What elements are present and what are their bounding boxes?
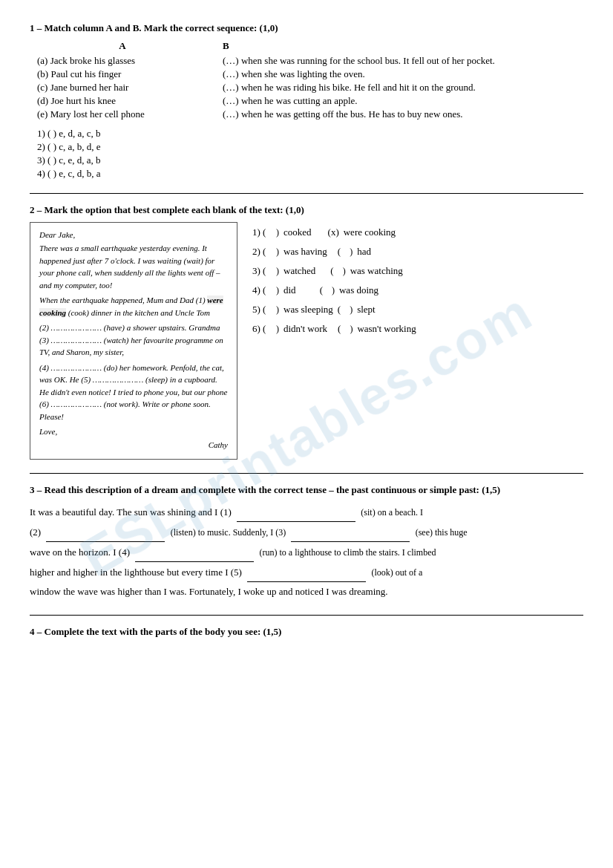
list-item: 2) ( ) c, a, b, d, e <box>37 141 583 153</box>
text-segment: window the wave was higher than I was. F… <box>30 586 388 597</box>
list-item: (…) when he was riding his bike. He fell… <box>223 82 583 94</box>
text-segment: wave on the horizon. I (4) <box>30 546 130 558</box>
multiple-choice-options: 1) ( ) cooked (x) were cooking 2) ( ) wa… <box>252 222 583 460</box>
section-3-title: 3 – Read this description of a dream and… <box>30 484 583 496</box>
section-2: 2 – Mark the option that best complete e… <box>30 204 583 460</box>
answer-blank-1[interactable] <box>237 502 355 522</box>
mc-num: 6) ( <box>252 323 267 335</box>
list-item: 3) ( ) c, e, d, a, b <box>37 154 583 166</box>
mc-row-4: 4) ( ) did ( ) was doing <box>252 284 583 296</box>
answer-blank-4[interactable] <box>135 542 254 562</box>
mc-num: 1) ( <box>252 226 267 238</box>
letter-body: There was a small earthquake yesterday e… <box>39 242 228 291</box>
answer-blank-3[interactable] <box>291 522 410 542</box>
mc-num: 4) ( <box>252 284 267 296</box>
section-1-title: 1 – Match column A and B. Mark the corre… <box>30 22 583 34</box>
letter-box: Dear Jake, There was a small earthquake … <box>30 222 237 460</box>
mc-paren: ) <box>345 324 353 335</box>
letter-body-3: (2) ………………… (have) a shower upstairs. Gr… <box>39 322 228 359</box>
mc-option-label: was sleeping <box>283 304 333 316</box>
section-4-title: 4 – Complete the text with the parts of … <box>30 626 583 638</box>
mc-paren: ) <box>338 266 346 277</box>
section-4: 4 – Complete the text with the parts of … <box>30 626 583 638</box>
mc-paren: ) <box>327 285 335 296</box>
mc-option-label: was having <box>283 246 327 258</box>
mc-num: 3) ( <box>252 265 267 277</box>
hint-2: (listen) to music. Suddenly, I (3) <box>171 527 286 538</box>
mc-row-5: 5) ( ) was sleeping ( ) slept <box>252 304 583 316</box>
answer-blank-2[interactable] <box>46 522 165 542</box>
mc-option-label: slept <box>357 304 376 316</box>
mc-option-label: cooked <box>283 226 312 238</box>
letter-body-2: When the earthquake happened, Mum and Da… <box>39 294 228 319</box>
list-item: (…) when she was lighting the oven. <box>223 68 583 80</box>
mc-separator: ( <box>330 265 333 277</box>
list-item: 1) ( ) e, d, a, c, b <box>37 128 583 140</box>
mc-separator: ( <box>320 284 323 296</box>
filled-answer: were cooking <box>39 296 223 317</box>
mc-separator: ( <box>338 323 341 335</box>
mc-paren: ) <box>272 266 279 277</box>
mc-option-label: didn't work <box>283 323 327 335</box>
mc-option-label: was doing <box>339 284 378 296</box>
list-item: (d) Joe hurt his knee <box>37 95 208 107</box>
text-segment: It was a beautiful day. The sun was shin… <box>30 506 232 518</box>
mc-paren: ) <box>272 324 279 335</box>
mc-paren: ) <box>272 227 279 238</box>
answer-options: 1) ( ) e, d, a, c, b 2) ( ) c, a, b, d, … <box>30 128 583 180</box>
col-a-header: A <box>37 40 208 52</box>
mc-paren: ) <box>345 304 353 316</box>
mc-row-6: 6) ( ) didn't work ( ) wasn't working <box>252 323 583 335</box>
letter-body-4: (4) ………………… (do) her homework. Penfold, … <box>39 362 228 423</box>
section-divider <box>30 193 583 194</box>
mc-option-label: wasn't working <box>357 323 416 335</box>
mc-paren: ) <box>345 247 353 258</box>
mc-option-label: were cooking <box>344 226 396 238</box>
mc-row-2: 2) ( ) was having ( ) had <box>252 246 583 258</box>
section-2-title: 2 – Mark the option that best complete e… <box>30 204 583 216</box>
list-item: (…) when she was running for the school … <box>223 55 583 67</box>
column-b: B (…) when she was running for the schoo… <box>208 40 583 122</box>
answer-blank-5[interactable] <box>247 562 366 582</box>
mc-separator: (x) <box>328 226 339 238</box>
section-2-content: Dear Jake, There was a small earthquake … <box>30 222 583 460</box>
list-item: (a) Jack broke his glasses <box>37 55 208 67</box>
match-columns: A (a) Jack broke his glasses (b) Paul cu… <box>30 40 583 122</box>
section-divider <box>30 615 583 616</box>
mc-option-label: was watching <box>350 265 403 277</box>
mc-option-label: had <box>357 246 371 258</box>
mc-num: 2) ( <box>252 246 267 258</box>
list-item: (e) Mary lost her cell phone <box>37 108 208 120</box>
mc-paren: ) <box>272 304 279 316</box>
section-3: 3 – Read this description of a dream and… <box>30 484 583 601</box>
mc-option-label: did <box>283 284 296 296</box>
letter-sign-pre: Love, <box>39 427 228 436</box>
mc-separator: ( <box>338 304 341 316</box>
column-a: A (a) Jack broke his glasses (b) Paul cu… <box>30 40 208 122</box>
section-divider <box>30 473 583 474</box>
mc-row-3: 3) ( ) watched ( ) was watching <box>252 265 583 277</box>
mc-paren: ) <box>272 285 279 296</box>
section-3-body: It was a beautiful day. The sun was shin… <box>30 502 583 601</box>
letter-signature: Cathy <box>39 440 228 449</box>
text-segment: (2) <box>30 526 41 538</box>
list-item: (…) when he was getting off the bus. He … <box>223 108 583 120</box>
mc-separator: ( <box>338 246 341 258</box>
mc-option-label: watched <box>283 265 315 277</box>
text-segment: higher and higher in the lighthouse but … <box>30 567 242 578</box>
hint-1: (sit) on a beach. I <box>361 507 423 518</box>
col-b-header: B <box>223 40 583 52</box>
letter-greeting: Dear Jake, <box>39 230 228 239</box>
section-1: 1 – Match column A and B. Mark the corre… <box>30 22 583 180</box>
list-item: 4) ( ) e, c, d, b, a <box>37 168 583 180</box>
hint-4: (run) to a lighthouse to climb the stair… <box>260 547 436 558</box>
list-item: (c) Jane burned her hair <box>37 82 208 94</box>
list-item: (…) when he was cutting an apple. <box>223 95 583 107</box>
mc-num: 5) ( <box>252 304 267 316</box>
mc-paren: ) <box>272 247 279 258</box>
list-item: (b) Paul cut his finger <box>37 68 208 80</box>
hint-5: (look) out of a <box>371 567 422 578</box>
hint-3: (see) this huge <box>416 527 468 538</box>
mc-row-1: 1) ( ) cooked (x) were cooking <box>252 226 583 238</box>
